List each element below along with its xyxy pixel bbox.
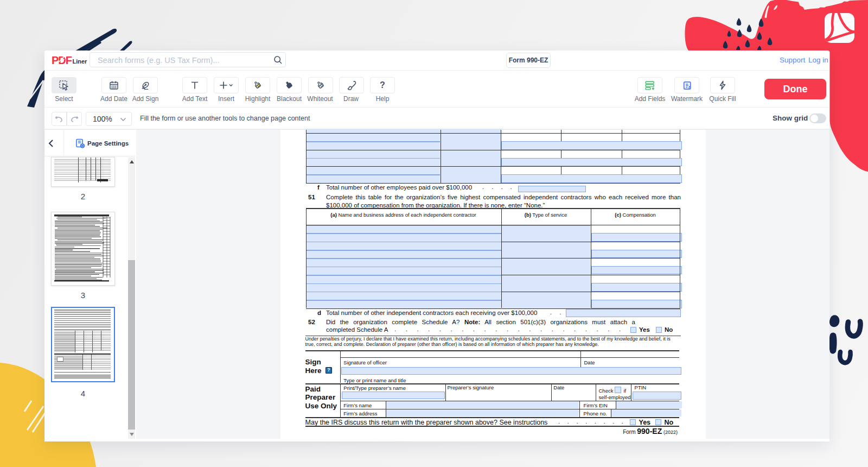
svg-text:Liner: Liner — [73, 58, 88, 65]
svg-text:PDF: PDF — [52, 54, 72, 66]
